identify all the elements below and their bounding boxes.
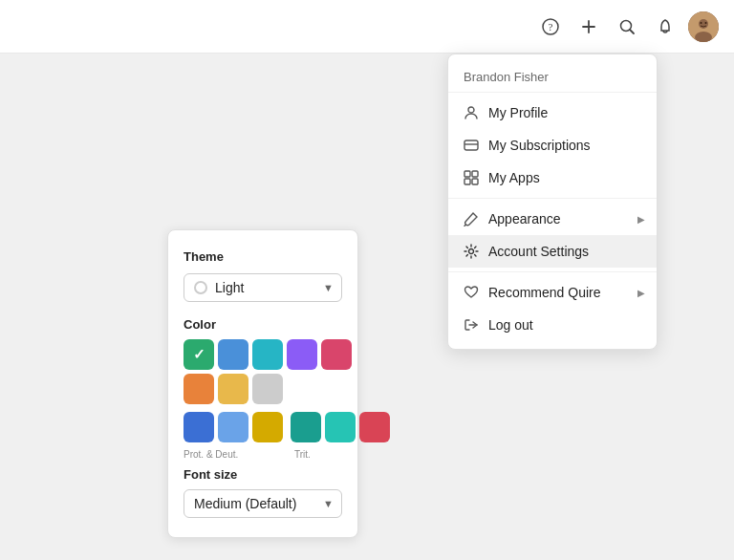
theme-select-wrapper: Light ▼ bbox=[184, 273, 342, 302]
color-label: Color bbox=[184, 317, 342, 332]
dropdown-item-appearance[interactable]: Appearance ▶ bbox=[448, 203, 657, 235]
color-swatch-pink[interactable] bbox=[321, 339, 352, 370]
theme-dot-icon bbox=[194, 281, 207, 294]
theme-value: Light bbox=[215, 280, 244, 295]
search-icon[interactable] bbox=[612, 11, 642, 42]
add-icon[interactable] bbox=[573, 11, 604, 42]
dropdown-item-label: Account Settings bbox=[488, 244, 589, 259]
color-swatch-orange[interactable] bbox=[184, 374, 214, 404]
dropdown-item-log-out[interactable]: Log out bbox=[448, 309, 657, 341]
help-icon[interactable]: ? bbox=[535, 11, 566, 42]
dropdown-divider bbox=[448, 198, 657, 199]
svg-point-11 bbox=[468, 107, 474, 113]
svg-rect-15 bbox=[472, 171, 478, 177]
svg-rect-16 bbox=[464, 179, 470, 184]
color-swatches bbox=[184, 339, 342, 404]
chevron-right-icon: ▶ bbox=[637, 214, 645, 225]
chevron-right-icon-2: ▶ bbox=[637, 288, 645, 298]
dropdown-item-my-profile[interactable]: My Profile bbox=[448, 97, 657, 129]
dropdown-item-recommend-quire[interactable]: Recommend Quire ▶ bbox=[448, 276, 657, 309]
user-icon bbox=[464, 105, 479, 120]
dropdown-username: Brandon Fisher bbox=[448, 62, 657, 93]
font-dropdown-chevron: ▼ bbox=[323, 498, 334, 509]
dropdown-item-label: My Profile bbox=[488, 105, 548, 120]
notification-icon[interactable] bbox=[650, 11, 680, 42]
font-size-value: Medium (Default) bbox=[194, 496, 296, 511]
trit-label: Trit. bbox=[294, 449, 311, 460]
user-avatar[interactable] bbox=[688, 11, 719, 42]
svg-rect-14 bbox=[464, 171, 470, 177]
color-swatch-blue[interactable] bbox=[218, 339, 248, 370]
color-swatch-teal[interactable] bbox=[252, 339, 283, 370]
gear-icon bbox=[464, 244, 479, 259]
dropdown-item-my-subscriptions[interactable]: My Subscriptions bbox=[448, 129, 657, 162]
cb-prot-swatch-1[interactable] bbox=[184, 412, 214, 442]
font-size-label: Font size bbox=[184, 467, 342, 482]
heart-icon bbox=[464, 285, 479, 300]
grid-icon bbox=[464, 170, 479, 185]
color-swatch-gray[interactable] bbox=[252, 374, 283, 404]
color-swatch-purple[interactable] bbox=[287, 339, 317, 370]
theme-dropdown-chevron: ▼ bbox=[323, 282, 334, 293]
brush-icon bbox=[464, 211, 479, 226]
user-dropdown: Brandon Fisher My Profile My Subscriptio… bbox=[447, 54, 658, 350]
cb-trit-swatch-1[interactable] bbox=[291, 412, 321, 442]
dropdown-item-my-apps[interactable]: My Apps bbox=[448, 162, 657, 194]
cb-trit-swatch-3[interactable] bbox=[359, 412, 390, 442]
cb-trit-swatch-2[interactable] bbox=[325, 412, 356, 442]
color-swatch-green[interactable] bbox=[184, 339, 214, 370]
dropdown-item-label: My Apps bbox=[488, 170, 540, 185]
dropdown-item-label: My Subscriptions bbox=[488, 138, 591, 153]
prot-deut-label: Prot. & Deut. bbox=[184, 449, 238, 460]
font-size-select[interactable]: Medium (Default) ▼ bbox=[184, 489, 342, 518]
dropdown-item-label: Appearance bbox=[488, 211, 561, 226]
svg-point-10 bbox=[705, 22, 707, 24]
dropdown-item-label: Log out bbox=[488, 317, 533, 333]
card-icon bbox=[464, 138, 479, 153]
svg-point-18 bbox=[469, 249, 474, 254]
dropdown-item-account-settings[interactable]: Account Settings bbox=[448, 235, 657, 268]
svg-point-7 bbox=[699, 19, 708, 29]
theme-select[interactable]: Light ▼ bbox=[184, 273, 342, 302]
logout-icon bbox=[464, 317, 479, 333]
svg-line-5 bbox=[630, 30, 634, 33]
theme-panel: Theme Light ▼ Color bbox=[167, 229, 358, 538]
top-bar: ? bbox=[0, 0, 734, 54]
cb-prot-swatch-3[interactable] bbox=[252, 412, 283, 442]
cb-prot-swatch-2[interactable] bbox=[218, 412, 248, 442]
color-swatch-yellow[interactable] bbox=[218, 374, 248, 404]
dropdown-divider-2 bbox=[448, 271, 657, 272]
dropdown-item-label: Recommend Quire bbox=[488, 285, 601, 300]
svg-text:?: ? bbox=[549, 21, 553, 32]
svg-point-9 bbox=[701, 22, 702, 24]
svg-rect-17 bbox=[472, 179, 478, 184]
svg-rect-12 bbox=[464, 140, 478, 150]
theme-label: Theme bbox=[184, 249, 342, 264]
